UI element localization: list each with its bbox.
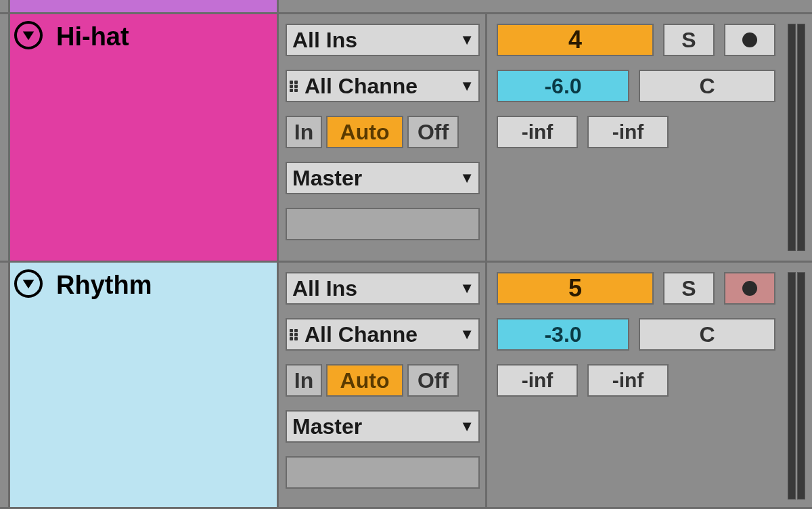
input-channel-label: All Channe <box>304 74 418 99</box>
dropdown-arrow-icon: ▼ <box>459 77 474 95</box>
dropdown-arrow-icon: ▼ <box>459 418 474 435</box>
solo-button[interactable]: S <box>663 272 715 305</box>
pan-value[interactable]: C <box>639 318 775 351</box>
track-fold-button[interactable] <box>14 269 43 298</box>
dropdown-arrow-icon: ▼ <box>459 31 474 49</box>
svg-marker-2 <box>23 280 35 289</box>
track-header[interactable]: Hi-hat <box>8 14 279 261</box>
track-row: Rhythm All Ins ▼ All Channe ▼ In Auto Of… <box>0 261 812 509</box>
track-header[interactable]: Rhythm <box>8 263 279 509</box>
midi-ports-icon <box>290 329 298 340</box>
output-routing-dropdown[interactable]: Master ▼ <box>286 410 480 443</box>
input-routing-label: All Ins <box>292 28 357 53</box>
input-routing-dropdown[interactable]: All Ins ▼ <box>286 24 480 56</box>
track-activator-button[interactable]: 4 <box>497 24 654 56</box>
track-name-label[interactable]: Hi-hat <box>56 21 129 51</box>
svg-marker-0 <box>23 32 35 41</box>
input-channel-label: All Channe <box>304 322 418 347</box>
output-routing-label: Master <box>292 166 362 191</box>
input-routing-dropdown[interactable]: All Ins ▼ <box>286 272 480 305</box>
send-a-value[interactable]: -inf <box>497 116 578 148</box>
send-b-value[interactable]: -inf <box>587 364 669 397</box>
mixer-section: 5 S -3.0 C -inf -inf <box>487 263 812 509</box>
output-channel-dropdown[interactable] <box>286 456 480 489</box>
meter-bar <box>797 24 805 251</box>
solo-button[interactable]: S <box>663 24 715 56</box>
track-fold-button[interactable] <box>14 21 43 49</box>
record-icon <box>740 278 760 298</box>
input-channel-dropdown[interactable]: All Channe ▼ <box>286 318 480 351</box>
io-section: All Ins ▼ All Channe ▼ In Auto Off Maste… <box>279 14 487 261</box>
mixer-section: 4 S -6.0 C -inf -inf <box>487 14 812 261</box>
svg-point-1 <box>742 32 757 47</box>
monitor-auto-button[interactable]: Auto <box>326 364 403 397</box>
monitor-toggle-group: In Auto Off <box>286 364 480 397</box>
meter-bar <box>788 24 796 251</box>
monitor-auto-button[interactable]: Auto <box>326 116 403 148</box>
volume-value[interactable]: -3.0 <box>497 318 629 351</box>
svg-point-3 <box>742 281 757 296</box>
track-activator-button[interactable]: 5 <box>497 272 654 305</box>
monitor-toggle-group: In Auto Off <box>286 116 480 148</box>
meter-bar <box>788 272 796 500</box>
level-meters <box>785 14 812 261</box>
dropdown-arrow-icon: ▼ <box>459 169 474 187</box>
previous-track-footer <box>8 0 279 12</box>
send-b-value[interactable]: -inf <box>587 116 669 148</box>
track-row: Hi-hat All Ins ▼ All Channe ▼ In Auto Of… <box>0 12 812 261</box>
monitor-in-button[interactable]: In <box>286 116 322 148</box>
monitor-off-button[interactable]: Off <box>407 364 459 397</box>
volume-value[interactable]: -6.0 <box>497 70 629 102</box>
chevron-down-icon <box>21 28 36 43</box>
send-a-value[interactable]: -inf <box>497 364 578 397</box>
track-list: Hi-hat All Ins ▼ All Channe ▼ In Auto Of… <box>0 0 812 509</box>
output-routing-label: Master <box>292 414 362 439</box>
io-section: All Ins ▼ All Channe ▼ In Auto Off Maste… <box>279 263 487 509</box>
dropdown-arrow-icon: ▼ <box>459 280 474 297</box>
arm-record-button[interactable] <box>724 272 775 305</box>
midi-ports-icon <box>290 81 298 92</box>
monitor-in-button[interactable]: In <box>286 364 322 397</box>
input-channel-dropdown[interactable]: All Channe ▼ <box>286 70 480 102</box>
output-channel-dropdown[interactable] <box>286 208 480 240</box>
level-meters <box>785 263 812 509</box>
monitor-off-button[interactable]: Off <box>407 116 459 148</box>
chevron-down-icon <box>21 276 36 291</box>
input-routing-label: All Ins <box>292 276 357 301</box>
output-routing-dropdown[interactable]: Master ▼ <box>286 162 480 194</box>
pan-value[interactable]: C <box>639 70 775 102</box>
arm-record-button[interactable] <box>724 24 775 56</box>
record-icon <box>740 30 760 50</box>
meter-bar <box>797 272 805 500</box>
dropdown-arrow-icon: ▼ <box>459 326 474 343</box>
track-name-label[interactable]: Rhythm <box>56 269 152 300</box>
